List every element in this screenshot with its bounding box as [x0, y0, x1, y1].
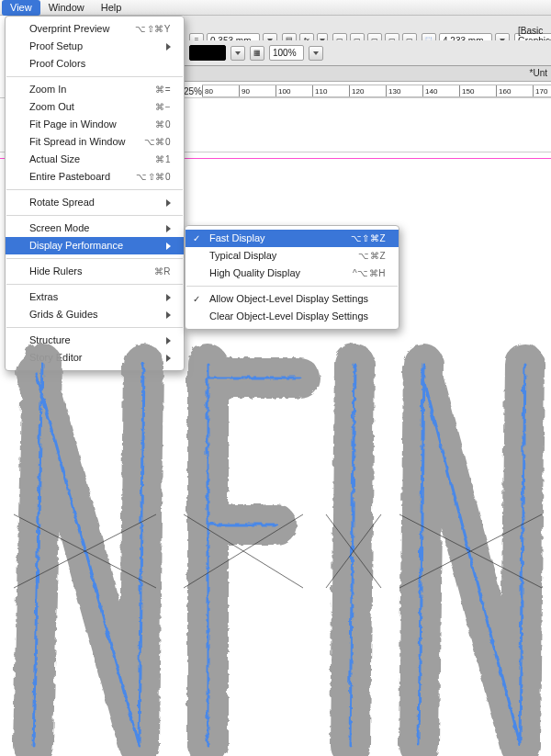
swatch-black[interactable] [189, 45, 226, 61]
menu-window[interactable]: Window [40, 0, 93, 16]
submenu-item-typical-display[interactable]: Typical Display⌥⌘Z [186, 247, 399, 265]
display-performance-submenu: ✓ Fast Display⌥⇧⌘Z Typical Display⌥⌘Z Hi… [185, 225, 399, 330]
document-tab-bar: *Unt [184, 66, 551, 82]
menu-item-entire-pasteboard[interactable]: Entire Pasteboard⌥⇧⌘0 [6, 168, 184, 186]
ruler-tick: 170 [533, 85, 547, 96]
opacity-icon: ▦ [250, 46, 264, 61]
submenu-item-clear-object-level[interactable]: Clear Object-Level Display Settings [186, 308, 399, 325]
menu-item-fit-spread[interactable]: Fit Spread in Window⌥⌘0 [6, 133, 184, 151]
menu-separator [6, 215, 183, 216]
menu-separator [6, 284, 183, 285]
ruler-tick: 150 [459, 85, 474, 96]
menu-item-proof-colors[interactable]: Proof Colors [6, 55, 184, 73]
swatch-caret-icon[interactable] [231, 46, 245, 61]
submenu-arrow-icon [166, 311, 171, 319]
check-icon: ✓ [193, 231, 200, 245]
submenu-arrow-icon [166, 225, 171, 232]
ruler-tick: 160 [496, 85, 511, 96]
ruler-tick: 90 [239, 85, 250, 96]
ruler-tick: 120 [349, 85, 364, 96]
submenu-item-high-quality-display[interactable]: High Quality Display^⌥⌘H [186, 265, 399, 282]
menu-separator [6, 76, 183, 77]
ruler-tick: 80 [202, 85, 213, 96]
submenu-arrow-icon [166, 43, 171, 51]
menu-item-grids-guides[interactable]: Grids & Guides [6, 306, 184, 323]
menu-item-extras[interactable]: Extras [6, 288, 184, 306]
zoom-label: 25% [184, 86, 202, 96]
menu-item-display-performance[interactable]: Display Performance [6, 237, 184, 254]
zoom-caret-icon[interactable] [309, 46, 323, 61]
submenu-item-allow-object-level[interactable]: ✓ Allow Object-Level Display Settings [186, 290, 399, 308]
menu-separator [186, 286, 398, 287]
menu-item-proof-setup[interactable]: Proof Setup [6, 38, 184, 55]
menu-item-overprint-preview[interactable]: Overprint Preview⌥⇧⌘Y [6, 20, 184, 38]
menu-separator [6, 327, 183, 328]
submenu-arrow-icon [166, 294, 171, 301]
menu-item-zoom-out[interactable]: Zoom Out⌘− [6, 98, 184, 116]
canvas-artwork [0, 331, 551, 756]
menu-item-screen-mode[interactable]: Screen Mode [6, 220, 184, 237]
submenu-arrow-icon [166, 243, 171, 250]
menu-view[interactable]: View [2, 0, 40, 16]
menu-separator [6, 189, 183, 190]
ruler-tick: 100 [276, 85, 290, 96]
check-icon: ✓ [193, 292, 200, 306]
menu-item-fit-page[interactable]: Fit Page in Window⌘0 [6, 116, 184, 133]
ruler-tick: 110 [312, 85, 327, 96]
ruler-tick: 130 [386, 85, 400, 96]
document-tab[interactable]: *Unt [530, 68, 547, 78]
menu-item-actual-size[interactable]: Actual Size⌘1 [6, 151, 184, 168]
view-dropdown: Overprint Preview⌥⇧⌘Y Proof Setup Proof … [5, 16, 185, 371]
zoom-field[interactable]: 100% [269, 45, 304, 61]
submenu-arrow-icon [166, 199, 171, 207]
menu-item-rotate-spread[interactable]: Rotate Spread [6, 194, 184, 211]
artwork-svg [0, 331, 551, 756]
menu-separator [6, 258, 183, 259]
horizontal-ruler[interactable]: 8090100110120130140150160170 [202, 85, 551, 97]
menubar: View Window Help [0, 0, 551, 16]
menu-item-zoom-in[interactable]: Zoom In⌘= [6, 81, 184, 98]
menu-help[interactable]: Help [93, 0, 130, 16]
ruler-tick: 140 [422, 85, 437, 96]
menu-item-hide-rulers[interactable]: Hide Rulers⌘R [6, 263, 184, 280]
submenu-item-fast-display[interactable]: ✓ Fast Display⌥⇧⌘Z [186, 230, 399, 247]
control-panel-row2: ▦ 100% [184, 40, 551, 66]
